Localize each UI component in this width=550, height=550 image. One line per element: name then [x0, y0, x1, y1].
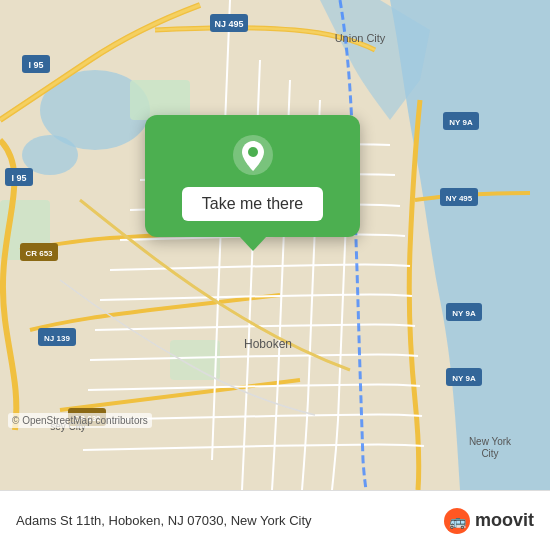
location-pin-icon — [231, 133, 275, 177]
address-label: Adams St 11th, Hoboken, NJ 07030, New Yo… — [16, 513, 443, 528]
moovit-text: moovit — [475, 510, 534, 531]
svg-text:NY 9A: NY 9A — [452, 309, 476, 318]
svg-text:City: City — [481, 448, 498, 459]
svg-text:New York: New York — [469, 436, 512, 447]
bottom-bar: Adams St 11th, Hoboken, NJ 07030, New Yo… — [0, 490, 550, 550]
location-popup: Take me there — [145, 115, 360, 237]
svg-text:CR 653: CR 653 — [25, 249, 53, 258]
svg-text:NY 9A: NY 9A — [449, 118, 473, 127]
svg-text:Hoboken: Hoboken — [244, 337, 292, 351]
take-me-there-button[interactable]: Take me there — [182, 187, 323, 221]
svg-text:NJ 495: NJ 495 — [214, 19, 243, 29]
svg-text:🚌: 🚌 — [448, 513, 466, 530]
svg-text:Union City: Union City — [335, 32, 386, 44]
map-container: I 95 NJ 495 I 95 CR 653 NJ 139 CR 639 NY… — [0, 0, 550, 490]
map-attribution: © OpenStreetMap contributors — [8, 413, 152, 428]
svg-text:NY 9A: NY 9A — [452, 374, 476, 383]
svg-point-32 — [248, 147, 258, 157]
moovit-bus-icon: 🚌 — [443, 507, 471, 535]
svg-text:NJ 139: NJ 139 — [44, 334, 70, 343]
moovit-logo: 🚌 moovit — [443, 507, 534, 535]
svg-rect-3 — [130, 80, 190, 120]
svg-rect-5 — [170, 340, 220, 380]
svg-text:I 95: I 95 — [28, 60, 43, 70]
svg-text:I 95: I 95 — [11, 173, 26, 183]
svg-text:NY 495: NY 495 — [446, 194, 473, 203]
